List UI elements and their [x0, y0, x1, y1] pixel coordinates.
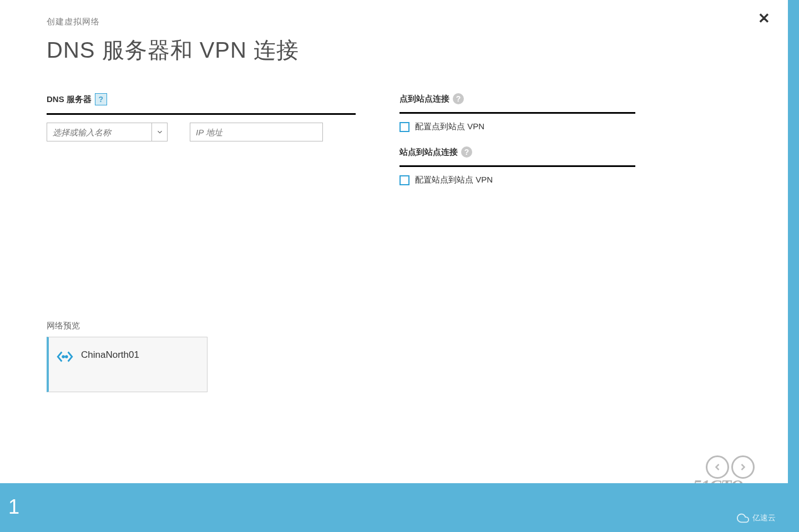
- p2s-section-title: 点到站点连接: [400, 94, 449, 104]
- help-icon[interactable]: ?: [95, 93, 107, 105]
- footer-bar: 1: [0, 483, 799, 532]
- help-icon[interactable]: ?: [461, 146, 472, 158]
- dns-servers-section: DNS 服务器 ?: [47, 93, 400, 200]
- dns-name-input[interactable]: [47, 123, 151, 141]
- s2s-vpn-checkbox[interactable]: [400, 175, 409, 185]
- dns-ip-field[interactable]: [190, 123, 323, 141]
- network-preview-section: 网络预览 ChinaNorth01: [47, 321, 208, 392]
- svg-point-0: [63, 356, 64, 358]
- page-title: DNS 服务器和 VPN 连接: [47, 35, 766, 65]
- dns-ip-input[interactable]: [190, 123, 322, 141]
- network-preview-card[interactable]: ChinaNorth01: [47, 337, 208, 392]
- p2s-vpn-checkbox[interactable]: [400, 122, 409, 132]
- preview-label: 网络预览: [47, 321, 208, 331]
- s2s-vpn-label: 配置站点到站点 VPN: [415, 175, 493, 185]
- frame-accent-right: [788, 0, 799, 483]
- section-divider: [400, 165, 635, 167]
- breadcrumb: 创建虚拟网络: [47, 17, 766, 27]
- vpn-connectivity-section: 点到站点连接 ? 配置点到站点 VPN 站点到站点连接 ? 配置站点到站点 VP…: [400, 93, 638, 200]
- section-divider: [47, 113, 356, 115]
- svg-point-1: [65, 356, 67, 358]
- help-icon[interactable]: ?: [453, 93, 464, 104]
- chevron-down-icon[interactable]: [151, 123, 167, 141]
- next-button[interactable]: [731, 455, 755, 479]
- wizard-nav: [706, 455, 755, 479]
- dns-section-title: DNS 服务器: [47, 94, 92, 105]
- section-divider: [400, 112, 635, 114]
- step-number: 1: [8, 495, 19, 519]
- prev-button[interactable]: [706, 455, 729, 479]
- network-name: ChinaNorth01: [81, 347, 139, 361]
- wizard-content: 创建虚拟网络 DNS 服务器和 VPN 连接 DNS 服务器 ?: [47, 17, 766, 200]
- s2s-section-title: 站点到站点连接: [400, 147, 458, 158]
- network-icon: [55, 347, 74, 368]
- dns-name-combobox[interactable]: [47, 123, 168, 141]
- p2s-vpn-label: 配置点到站点 VPN: [415, 121, 484, 132]
